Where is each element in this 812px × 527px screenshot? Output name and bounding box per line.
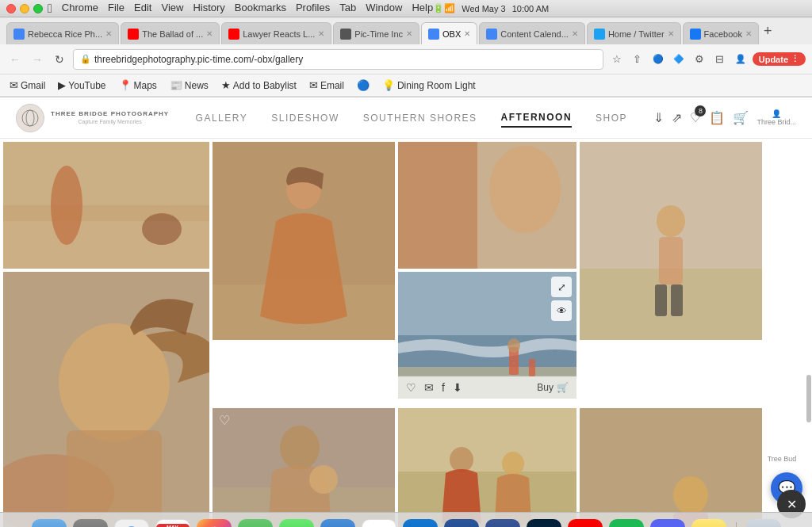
view-menu[interactable]: View [161, 2, 183, 16]
dock-adobe-icon[interactable]: Ai [568, 519, 603, 528]
extensions-icon[interactable]: ⚙ [691, 51, 708, 68]
tab-close-5[interactable]: ✕ [464, 29, 470, 38]
dock-calendar-icon[interactable]: MAY 3 [155, 519, 190, 528]
user-avatar[interactable]: 👤 [732, 51, 749, 68]
bookmarks-menu[interactable]: Bookmarks [235, 2, 286, 16]
dock-ps-icon[interactable]: Ps [527, 519, 561, 528]
dock-chrome-icon[interactable] [362, 519, 396, 528]
photo-heart-icon[interactable]: ♡ [406, 381, 416, 394]
menu-bar[interactable]:  Chrome File Edit View History Bookmark… [48, 2, 433, 16]
downloads-icon[interactable]: ⊟ [711, 51, 729, 68]
history-menu[interactable]: History [193, 2, 224, 16]
scrollbar-track[interactable] [806, 97, 812, 527]
nav-southern-shores[interactable]: SOUTHERN SHORES [363, 109, 477, 127]
tab-pictime[interactable]: Pic-Time Inc ✕ [333, 22, 419, 44]
tab-lawyer[interactable]: Lawyer Reacts L... ✕ [221, 22, 331, 44]
photo-mom-child[interactable]: ♡ [213, 408, 395, 527]
dock-discord-icon[interactable]: ⊕ [650, 519, 685, 528]
tab-content[interactable]: Content Calend... ✕ [479, 22, 585, 44]
dock-lightroom-icon[interactable]: Lr [485, 519, 520, 528]
tab-close-3[interactable]: ✕ [318, 29, 324, 38]
dock-facetime-icon[interactable]: 📹 [238, 519, 273, 528]
nav-shop[interactable]: SHOP [596, 109, 627, 127]
dock-word-icon[interactable]: W [444, 519, 479, 528]
tab-facebook[interactable]: Facebook ✕ [683, 22, 759, 44]
dock-outlook-icon[interactable]: O [403, 519, 438, 528]
photo-child-hair-blowing[interactable] [3, 272, 209, 527]
photo-children-running[interactable] [398, 408, 576, 527]
dock-finder-icon[interactable]: 🔵 [32, 519, 67, 528]
bookmark-news[interactable]: 📰 News [167, 78, 212, 93]
share-gallery-icon[interactable]: ⇗ [672, 110, 682, 125]
dock-spotify-icon[interactable]: ♫ [609, 519, 644, 528]
user-area[interactable]: 👤 Three Brid... [756, 109, 796, 126]
buy-button[interactable]: Buy 🛒 [537, 382, 569, 393]
help-menu[interactable]: Help [412, 2, 433, 16]
profile-icon-2[interactable]: 🔷 [670, 51, 688, 68]
fullscreen-window-button[interactable] [33, 4, 43, 13]
bookmark-star-icon[interactable]: ☆ [608, 51, 626, 68]
tab-close-4[interactable]: ✕ [406, 29, 412, 38]
bookmark-email[interactable]: ✉ Email [306, 78, 347, 93]
nav-gallery[interactable]: GALLERY [196, 109, 248, 127]
eye-icon[interactable]: 👁 [551, 300, 572, 321]
dock-notes-icon[interactable]: 📝 [691, 519, 726, 528]
dock-launchpad-icon[interactable]: ⊞ [73, 519, 108, 528]
profile-icon-1[interactable]: 🔵 [649, 51, 667, 68]
scrollbar-thumb[interactable] [806, 375, 811, 422]
edit-menu[interactable]: Edit [134, 2, 151, 16]
tab-close-7[interactable]: ✕ [668, 29, 674, 38]
tab-close-1[interactable]: ✕ [105, 29, 112, 38]
bookmark-babylist[interactable]: ★ Add to Babylist [218, 78, 300, 93]
refresh-button[interactable]: ↻ [51, 51, 68, 68]
photo-heart-button[interactable]: ♡ [219, 413, 230, 428]
dock-messages-icon[interactable]: 💬 [279, 519, 314, 528]
dock-photos-icon[interactable]: 🌸 [197, 519, 232, 528]
bookmark-fb-dot[interactable]: 🔵 [354, 78, 373, 93]
tab-obx[interactable]: OBX ✕ [421, 22, 477, 44]
url-text[interactable]: threebridgephotography.pic-time.com/-obx… [94, 54, 596, 65]
bookmark-dining[interactable]: 💡 Dining Room Light [379, 78, 479, 93]
tab-close-6[interactable]: ✕ [572, 29, 578, 38]
address-bar[interactable]: 🔒 threebridgephotography.pic-time.com/-o… [73, 49, 603, 70]
update-button[interactable]: Update ⋮ [753, 52, 806, 66]
clipboard-icon[interactable]: 📋 [709, 110, 725, 125]
photo-mail-icon[interactable]: ✉ [424, 381, 434, 394]
file-menu[interactable]: File [108, 2, 124, 16]
photo-girl-closeup[interactable] [398, 142, 576, 269]
window-menu[interactable]: Window [366, 2, 402, 16]
photo-share-icon[interactable]: f [442, 381, 445, 394]
photo-toddler-beach[interactable] [580, 142, 762, 340]
tab-close-8[interactable]: ✕ [745, 29, 752, 38]
bookmark-youtube[interactable]: ▶ YouTube [55, 78, 109, 93]
chrome-menu[interactable]: Chrome [62, 2, 98, 16]
dock-trash-icon[interactable]: 🗑 [746, 519, 781, 528]
photo-ocean-family[interactable]: ⤢ 👁 ♡ ✉ f ⬇ Buy 🛒 [398, 272, 576, 399]
tab-menu[interactable]: Tab [339, 2, 356, 16]
photo-action-icons[interactable]: ♡ ✉ f ⬇ [406, 381, 462, 394]
dock-contacts-icon[interactable]: 👤 [114, 519, 149, 528]
download-icon[interactable]: ⇓ [653, 110, 664, 125]
new-tab-button[interactable]: + [760, 23, 776, 40]
overlay-top-right[interactable]: ⤢ 👁 [551, 277, 572, 321]
share-icon[interactable]: ⇧ [629, 51, 646, 68]
bookmark-maps[interactable]: 📍 Maps [116, 78, 160, 93]
tab-ballad[interactable]: The Ballad of ... ✕ [121, 22, 220, 44]
photo-beach-child-dog[interactable] [3, 142, 209, 269]
photo-girl-orange-dress[interactable] [213, 142, 395, 340]
nav-afternoon[interactable]: AFTERNOON [501, 109, 573, 128]
minimize-window-button[interactable] [20, 4, 29, 13]
expand-icon[interactable]: ⤢ [551, 277, 572, 297]
nav-slideshow[interactable]: SLIDESHOW [271, 109, 339, 127]
tab-close-2[interactable]: ✕ [206, 29, 213, 38]
favorites-icon[interactable]: ♡ 8 [690, 110, 701, 125]
back-button[interactable]: ← [6, 51, 24, 68]
dock-mail-icon[interactable]: ✉ [320, 519, 355, 528]
bookmark-gmail[interactable]: ✉ Gmail [6, 78, 48, 93]
traffic-lights[interactable] [6, 4, 43, 13]
cart-icon[interactable]: 🛒 [733, 110, 749, 125]
tab-rebecca[interactable]: Rebecca Rice Ph... ✕ [6, 22, 119, 44]
photo-girl-red-dunes[interactable] [580, 408, 762, 527]
photo-download-icon[interactable]: ⬇ [453, 381, 462, 394]
profiles-menu[interactable]: Profiles [296, 2, 330, 16]
